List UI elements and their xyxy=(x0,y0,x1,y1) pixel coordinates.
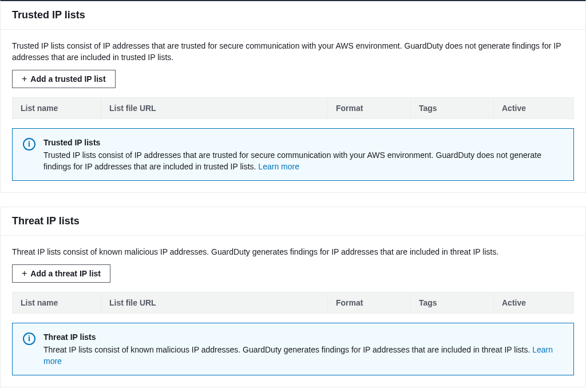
threat-info-title: Threat IP lists xyxy=(43,331,563,343)
threat-panel-header: Threat IP lists xyxy=(1,207,585,236)
trusted-col-format[interactable]: Format xyxy=(328,98,411,119)
threat-info-content: Threat IP lists Threat IP lists consist … xyxy=(43,331,563,367)
info-icon: i xyxy=(23,138,35,151)
add-trusted-ip-list-button[interactable]: + Add a trusted IP list xyxy=(12,70,116,88)
threat-col-active[interactable]: Active xyxy=(494,292,574,314)
threat-info-text: Threat IP lists consist of known malicio… xyxy=(43,345,532,354)
trusted-col-tags[interactable]: Tags xyxy=(411,98,494,119)
trusted-info-content: Trusted IP lists Trusted IP lists consis… xyxy=(43,137,563,172)
add-trusted-button-label: Add a trusted IP list xyxy=(30,73,105,85)
threat-title: Threat IP lists xyxy=(12,215,574,227)
trusted-col-name[interactable]: List name xyxy=(13,98,101,119)
trusted-col-active[interactable]: Active xyxy=(494,98,574,119)
plus-icon: + xyxy=(22,269,27,278)
trusted-learn-more-link[interactable]: Learn more xyxy=(258,162,299,171)
threat-col-tags[interactable]: Tags xyxy=(411,292,494,314)
threat-ip-lists-panel: Threat IP lists Threat IP lists consist … xyxy=(0,207,586,387)
trusted-panel-header: Trusted IP lists xyxy=(1,1,585,30)
trusted-ip-lists-panel: Trusted IP lists Trusted IP lists consis… xyxy=(0,0,586,193)
trusted-col-url[interactable]: List file URL xyxy=(101,98,328,119)
trusted-description: Trusted IP lists consist of IP addresses… xyxy=(12,40,574,63)
trusted-panel-body: Trusted IP lists consist of IP addresses… xyxy=(1,30,585,192)
add-threat-ip-list-button[interactable]: + Add a threat IP list xyxy=(12,264,110,283)
threat-description: Threat IP lists consist of known malicio… xyxy=(12,246,574,258)
threat-ip-table: List name List file URL Format Tags Acti… xyxy=(12,292,574,314)
info-icon: i xyxy=(23,332,35,345)
trusted-ip-table: List name List file URL Format Tags Acti… xyxy=(12,97,574,119)
trusted-info-box: i Trusted IP lists Trusted IP lists cons… xyxy=(12,128,574,181)
trusted-title: Trusted IP lists xyxy=(12,9,574,21)
threat-col-url[interactable]: List file URL xyxy=(101,292,328,314)
threat-info-box: i Threat IP lists Threat IP lists consis… xyxy=(12,323,574,375)
threat-col-name[interactable]: List name xyxy=(13,292,101,314)
add-threat-button-label: Add a threat IP list xyxy=(30,268,101,279)
threat-panel-body: Threat IP lists consist of known malicio… xyxy=(1,236,585,387)
trusted-info-title: Trusted IP lists xyxy=(43,137,563,148)
plus-icon: + xyxy=(22,74,27,84)
threat-col-format[interactable]: Format xyxy=(328,292,411,314)
